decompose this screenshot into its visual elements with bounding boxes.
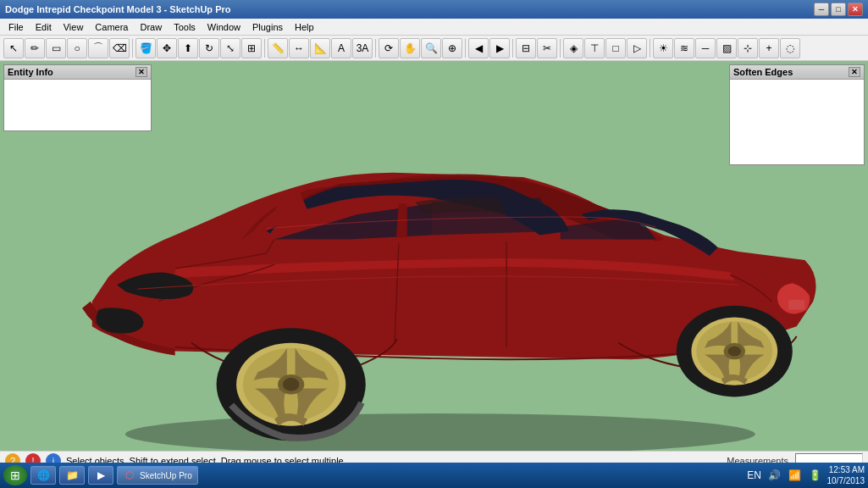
tool-zoom[interactable]: 🔍 [421,38,441,58]
tray-icon-battery[interactable]: 🔋 [807,465,824,485]
mediaplayer-icon: ▶ [94,469,108,482]
tool-offset[interactable]: ⊞ [241,38,262,58]
menu-tools[interactable]: Tools [169,20,201,34]
menu-window[interactable]: Window [202,20,246,34]
close-button[interactable]: ✕ [848,3,863,16]
entity-info-panel: Entity Info ✕ [3,64,152,131]
menu-bar: File Edit View Camera Draw Tools Window … [0,19,868,36]
toggle-shadows[interactable]: ☀ [653,38,673,58]
taskbar-app-explorer[interactable]: 📁 [59,466,85,485]
menu-plugins[interactable]: Plugins [247,20,288,34]
ie-icon: 🌐 [36,469,50,482]
tool-text[interactable]: A [331,38,351,58]
view-right[interactable]: ▷ [627,38,647,58]
toolbar-sep-4 [465,39,466,58]
taskbar: ⊞ 🌐 📁 ▶ ⬡ SketchUp Pro EN 🔊 📶 🔋 12:53 AM… [0,463,868,488]
title-bar-controls: ─ □ ✕ [814,3,863,16]
toggle-hidden[interactable]: ◌ [780,38,800,58]
folder-icon: 📁 [65,469,79,482]
entity-info-title: Entity Info [8,67,53,77]
toolbar-sep-6 [560,39,561,58]
tool-paint[interactable]: 🪣 [135,38,156,58]
soften-edges-body [730,80,864,164]
menu-help[interactable]: Help [290,20,319,34]
tool-arc[interactable]: ⌒ [88,38,108,58]
viewport[interactable]: Entity Info ✕ Soften Edges ✕ [0,61,868,451]
clock-date: 10/7/2013 [827,475,865,486]
tool-scale[interactable]: ⤡ [220,38,240,58]
tool-section-cut[interactable]: ✂ [537,38,557,58]
menu-edit[interactable]: Edit [30,20,57,34]
tool-push-pull[interactable]: ⬆ [178,38,198,58]
entity-info-header: Entity Info ✕ [4,65,151,80]
tray-icon-network[interactable]: 📶 [787,465,804,485]
tray-icon-keyboard[interactable]: EN [746,465,763,485]
tool-orbit[interactable]: ⟳ [379,38,399,58]
entity-info-close-button[interactable]: ✕ [135,67,147,77]
minimize-button[interactable]: ─ [814,3,829,16]
taskbar-app-sketchup-label: SketchUp Pro [140,471,192,480]
clock-time: 12:53 AM [829,464,865,475]
soften-edges-panel: Soften Edges ✕ [729,64,865,165]
menu-draw[interactable]: Draw [135,20,167,34]
tool-dimension[interactable]: ↔ [289,38,309,58]
toolbar: ↖ ✏ ▭ ○ ⌒ ⌫ 🪣 ✥ ⬆ ↻ ⤡ ⊞ 📏 ↔ 📐 A 3A ⟳ ✋ 🔍… [0,36,868,61]
taskbar-app-sketchup[interactable]: ⬡ SketchUp Pro [117,466,198,485]
entity-info-body [4,80,151,130]
tool-tape[interactable]: 📏 [268,38,288,58]
toggle-guides[interactable]: + [759,38,779,58]
tool-pencil[interactable]: ✏ [25,38,45,58]
svg-point-16 [727,347,741,357]
face-style[interactable]: ▨ [716,38,737,58]
svg-point-10 [283,378,300,391]
toggle-axes[interactable]: ⊹ [738,38,758,58]
taskbar-app-mediaplayer[interactable]: ▶ [88,466,113,485]
main-area: Entity Info ✕ Soften Edges ✕ [0,61,868,469]
start-button[interactable]: ⊞ [3,465,27,485]
tool-select[interactable]: ↖ [3,38,24,58]
tool-move[interactable]: ✥ [157,38,177,58]
soften-edges-header: Soften Edges ✕ [730,65,864,80]
tool-next[interactable]: ▶ [489,38,510,58]
system-clock[interactable]: 12:53 AM 10/7/2013 [827,464,865,486]
toolbar-sep-1 [132,39,133,58]
menu-camera[interactable]: Camera [90,20,133,34]
taskbar-app-ie[interactable]: 🌐 [30,466,56,485]
toolbar-sep-2 [264,39,265,58]
menu-file[interactable]: File [3,20,29,34]
view-iso[interactable]: ◈ [563,38,583,58]
edge-style[interactable]: ─ [695,38,716,58]
svg-rect-4 [788,300,805,310]
tool-eraser[interactable]: ⌫ [109,38,130,58]
tool-section-plane[interactable]: ⊟ [516,38,536,58]
taskbar-left: ⊞ 🌐 📁 ▶ ⬡ SketchUp Pro [3,465,198,485]
tool-zoom-extents[interactable]: ⊕ [442,38,462,58]
toggle-fog[interactable]: ≋ [674,38,694,58]
menu-view[interactable]: View [58,20,89,34]
title-bar: Dodge Intrepid Checkpoint Model 3 - Sket… [0,0,868,19]
taskbar-right: EN 🔊 📶 🔋 12:53 AM 10/7/2013 [746,464,865,486]
view-front[interactable]: □ [605,38,626,58]
view-top[interactable]: ⊤ [584,38,605,58]
maximize-button[interactable]: □ [831,3,846,16]
tool-pan[interactable]: ✋ [400,38,420,58]
window-title: Dodge Intrepid Checkpoint Model 3 - Sket… [5,4,230,14]
toolbar-sep-5 [512,39,513,58]
toolbar-sep-7 [650,39,650,58]
soften-edges-title: Soften Edges [733,67,793,77]
sketchup-icon: ⬡ [123,469,136,482]
soften-edges-close-button[interactable]: ✕ [849,67,860,77]
tool-rectangle[interactable]: ▭ [46,38,66,58]
tray-icon-volume[interactable]: 🔊 [766,465,783,485]
tool-circle[interactable]: ○ [67,38,87,58]
tool-previous[interactable]: ◀ [468,38,489,58]
tool-protractor[interactable]: 📐 [310,38,330,58]
tool-rotate[interactable]: ↻ [199,38,219,58]
tool-3dtext[interactable]: 3A [352,38,373,58]
toolbar-sep-3 [375,39,376,58]
